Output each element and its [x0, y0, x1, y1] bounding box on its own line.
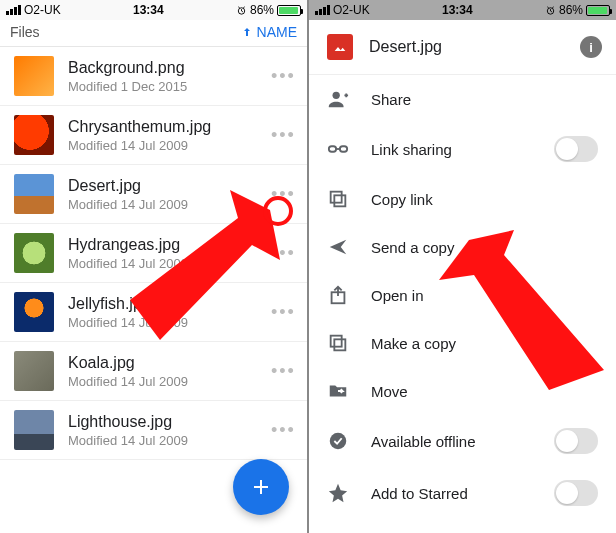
sort-label: NAME: [257, 24, 297, 40]
file-name: Hydrangeas.jpg: [68, 236, 257, 254]
more-icon[interactable]: •••: [271, 243, 295, 264]
menu-label: Available offline: [371, 433, 532, 450]
menu-label: Add to Starred: [371, 485, 532, 502]
carrier-label: O2-UK: [333, 3, 370, 17]
more-icon[interactable]: •••: [271, 420, 295, 441]
carrier-label: O2-UK: [24, 3, 61, 17]
file-row[interactable]: Jellyfish.jpg Modified 14 Jul 2009 •••: [0, 283, 307, 342]
link-icon: [327, 138, 349, 160]
file-subtitle: Modified 1 Dec 2015: [68, 79, 257, 94]
file-name: Desert.jpg: [68, 177, 257, 195]
menu-item-send-a-copy[interactable]: Send a copy: [309, 223, 616, 271]
menu-item-open-in[interactable]: Open in: [309, 271, 616, 319]
star-icon: [327, 482, 349, 504]
more-icon[interactable]: •••: [271, 361, 295, 382]
add-button[interactable]: [233, 459, 289, 515]
file-subtitle: Modified 14 Jul 2009: [68, 315, 257, 330]
menu-label: Make a copy: [371, 335, 598, 352]
file-row[interactable]: Lighthouse.jpg Modified 14 Jul 2009 •••: [0, 401, 307, 460]
alarm-icon: [545, 5, 556, 16]
menu-item-add-to-starred[interactable]: Add to Starred: [309, 467, 616, 519]
file-name: Lighthouse.jpg: [68, 413, 257, 431]
file-subtitle: Modified 14 Jul 2009: [68, 374, 257, 389]
signal-icon: [6, 5, 21, 15]
file-name: Jellyfish.jpg: [68, 295, 257, 313]
arrow-up-icon: [241, 26, 253, 38]
file-thumbnail: [14, 115, 54, 155]
file-name: Koala.jpg: [68, 354, 257, 372]
image-type-icon: [327, 34, 353, 60]
file-list: Background.png Modified 1 Dec 2015 ••• C…: [0, 47, 307, 460]
svg-rect-4: [329, 146, 336, 152]
toggle-link-sharing[interactable]: [554, 136, 598, 162]
sheet-title: Desert.jpg: [369, 38, 564, 56]
phone-right: O2-UK 13:34 86% Desert.jpg i Share: [309, 0, 616, 533]
file-row[interactable]: Desert.jpg Modified 14 Jul 2009 •••: [0, 165, 307, 224]
svg-point-11: [330, 433, 347, 450]
phone-left: O2-UK 13:34 86% Files NAME Background.pn…: [0, 0, 307, 533]
svg-rect-6: [334, 195, 345, 206]
annotation-circle-icon: [263, 196, 293, 226]
person-add-icon: [327, 88, 349, 110]
alarm-icon: [236, 5, 247, 16]
more-icon[interactable]: •••: [271, 302, 295, 323]
svg-rect-5: [340, 146, 347, 152]
battery-pct-label: 86%: [250, 3, 274, 17]
file-row[interactable]: Koala.jpg Modified 14 Jul 2009 •••: [0, 342, 307, 401]
offline-icon: [327, 430, 349, 452]
menu-item-link-sharing[interactable]: Link sharing: [309, 123, 616, 175]
file-row[interactable]: Background.png Modified 1 Dec 2015 •••: [0, 47, 307, 106]
duplicate-icon: [327, 332, 349, 354]
toggle-starred[interactable]: [554, 480, 598, 506]
menu-item-share[interactable]: Share: [309, 75, 616, 123]
action-menu: Share Link sharing Copy link Send a copy…: [309, 75, 616, 519]
send-icon: [327, 236, 349, 258]
menu-item-copy-link[interactable]: Copy link: [309, 175, 616, 223]
menu-item-move[interactable]: Move: [309, 367, 616, 415]
svg-rect-7: [331, 192, 342, 203]
signal-icon: [315, 5, 330, 15]
file-subtitle: Modified 14 Jul 2009: [68, 138, 257, 153]
file-subtitle: Modified 14 Jul 2009: [68, 197, 257, 212]
file-row[interactable]: Hydrangeas.jpg Modified 14 Jul 2009 •••: [0, 224, 307, 283]
file-thumbnail: [14, 174, 54, 214]
status-bar: O2-UK 13:34 86%: [309, 0, 616, 20]
file-subtitle: Modified 14 Jul 2009: [68, 433, 257, 448]
menu-label: Link sharing: [371, 141, 532, 158]
menu-label: Copy link: [371, 191, 598, 208]
file-subtitle: Modified 14 Jul 2009: [68, 256, 257, 271]
clock-label: 13:34: [133, 3, 164, 17]
menu-label: Open in: [371, 287, 598, 304]
toggle-available-offline[interactable]: [554, 428, 598, 454]
file-thumbnail: [14, 233, 54, 273]
sheet-header: Desert.jpg i: [309, 20, 616, 75]
file-thumbnail: [14, 292, 54, 332]
menu-label: Move: [371, 383, 598, 400]
status-bar: O2-UK 13:34 86%: [0, 0, 307, 20]
battery-pct-label: 86%: [559, 3, 583, 17]
file-row[interactable]: Chrysanthemum.jpg Modified 14 Jul 2009 •…: [0, 106, 307, 165]
copy-icon: [327, 188, 349, 210]
sort-button[interactable]: NAME: [241, 24, 297, 40]
open-in-icon: [327, 284, 349, 306]
battery-icon: [277, 5, 301, 16]
files-header: Files NAME: [0, 20, 307, 47]
svg-rect-10: [331, 336, 342, 347]
file-thumbnail: [14, 351, 54, 391]
more-icon[interactable]: •••: [271, 125, 295, 146]
info-button[interactable]: i: [580, 36, 602, 58]
menu-label: Share: [371, 91, 598, 108]
more-icon[interactable]: •••: [271, 66, 295, 87]
file-thumbnail: [14, 410, 54, 450]
menu-item-available-offline[interactable]: Available offline: [309, 415, 616, 467]
file-name: Chrysanthemum.jpg: [68, 118, 257, 136]
plus-icon: [249, 475, 273, 499]
file-thumbnail: [14, 56, 54, 96]
file-name: Background.png: [68, 59, 257, 77]
menu-label: Send a copy: [371, 239, 598, 256]
svg-point-3: [333, 92, 340, 99]
battery-icon: [586, 5, 610, 16]
menu-item-make-a-copy[interactable]: Make a copy: [309, 319, 616, 367]
folder-move-icon: [327, 380, 349, 402]
header-title: Files: [10, 24, 40, 40]
